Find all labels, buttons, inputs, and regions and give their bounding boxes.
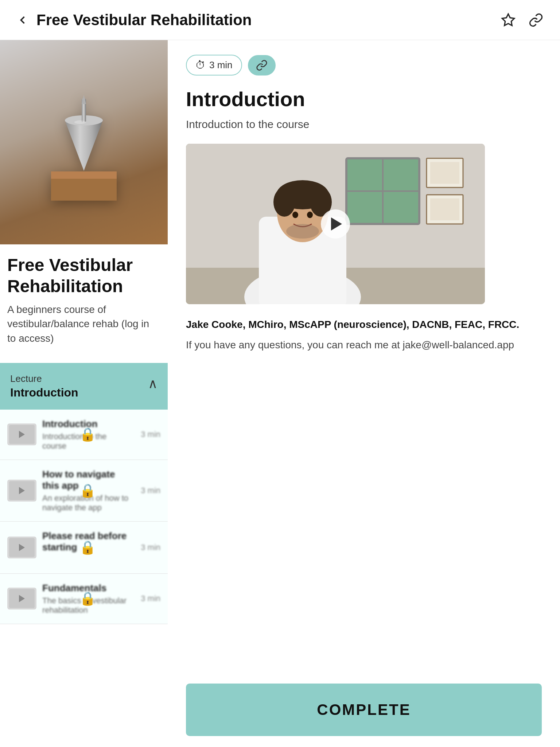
play-arrow-icon [331, 217, 342, 231]
list-item[interactable]: How to navigate this app An exploration … [0, 460, 168, 522]
list-item[interactable]: Fundamentals The basics of vestibular re… [0, 574, 168, 624]
play-button[interactable] [321, 209, 350, 239]
main-content: Free Vestibular Rehabilitation A beginne… [0, 40, 560, 624]
course-info: Free Vestibular Rehabilitation A beginne… [0, 244, 168, 363]
lecture-list: Introduction Introduction to the course … [0, 410, 168, 624]
lock-icon: 🔒 [79, 591, 96, 606]
lecture-thumbnail [7, 537, 36, 558]
app-header: Free Vestibular Rehabilitation [0, 0, 560, 40]
lecture-duration: 3 min [139, 594, 160, 603]
header-actions [499, 11, 545, 30]
lock-icon: 🔒 [79, 483, 96, 498]
share-button[interactable] [526, 11, 545, 30]
header-left: Free Vestibular Rehabilitation [15, 11, 252, 29]
svg-rect-2 [51, 171, 117, 179]
section-title: Introduction [186, 87, 542, 111]
list-item[interactable]: Please read before starting 🔒 3 min [0, 522, 168, 574]
lock-icon: 🔒 [79, 427, 96, 442]
video-player[interactable] [186, 144, 485, 304]
play-icon [19, 487, 25, 494]
spinning-top-illustration [51, 84, 117, 201]
lock-icon: 🔒 [79, 540, 96, 555]
lecture-duration: 3 min [139, 543, 160, 552]
complete-button-container: COMPLETE [168, 673, 560, 747]
page-title: Free Vestibular Rehabilitation [36, 11, 252, 29]
complete-button[interactable]: COMPLETE [186, 684, 542, 736]
lecture-duration: 3 min [139, 430, 160, 439]
svg-point-24 [273, 187, 295, 217]
lecture-item-info: Introduction Introduction to the course … [36, 418, 139, 451]
lecture-item-info: How to navigate this app An exploration … [36, 469, 139, 512]
lecture-thumbnail [7, 423, 36, 445]
course-thumbnail [0, 40, 168, 244]
svg-marker-0 [502, 14, 514, 26]
lecture-item-info: Fundamentals The basics of vestibular re… [36, 582, 139, 615]
play-icon [19, 595, 25, 602]
course-title: Free Vestibular Rehabilitation [7, 255, 160, 297]
svg-point-9 [74, 120, 86, 124]
svg-marker-5 [65, 120, 103, 171]
section-description: Introduction to the course [186, 118, 542, 131]
list-item[interactable]: Introduction Introduction to the course … [0, 410, 168, 460]
left-column: Free Vestibular Rehabilitation A beginne… [0, 40, 168, 624]
svg-point-26 [292, 212, 298, 218]
lecture-duration: 3 min [139, 486, 160, 495]
lecture-thumbnail [7, 588, 36, 609]
instructor-name: Jake Cooke, MChiro, MScAPP (neuroscience… [186, 317, 542, 332]
svg-rect-18 [430, 198, 459, 220]
clock-icon: ⏱ [195, 59, 206, 71]
lecture-section-header[interactable]: Lecture Introduction ∧ [0, 363, 168, 410]
duration-tag: ⏱ 3 min [186, 55, 242, 76]
lecture-item-info: Please read before starting 🔒 [36, 530, 139, 565]
course-subtitle: A beginners course of vestibular/balance… [7, 302, 160, 345]
lecture-section-title: Introduction [10, 386, 78, 399]
svg-rect-16 [430, 162, 459, 184]
instructor-contact: If you have any questions, you can reach… [186, 337, 542, 353]
back-button[interactable] [15, 12, 31, 28]
play-icon [19, 431, 25, 438]
svg-point-28 [286, 224, 319, 239]
lecture-label: Lecture [10, 373, 78, 384]
chevron-up-icon: ∧ [148, 376, 158, 391]
tags-row: ⏱ 3 min [186, 55, 542, 76]
right-column: ⏱ 3 min Introduction Introduction to the… [168, 40, 560, 624]
play-icon [19, 544, 25, 551]
duration-value: 3 min [209, 59, 233, 71]
lecture-thumbnail [7, 480, 36, 502]
link-tag-button[interactable] [248, 55, 276, 76]
svg-point-27 [307, 212, 313, 218]
bookmark-button[interactable] [499, 11, 518, 30]
